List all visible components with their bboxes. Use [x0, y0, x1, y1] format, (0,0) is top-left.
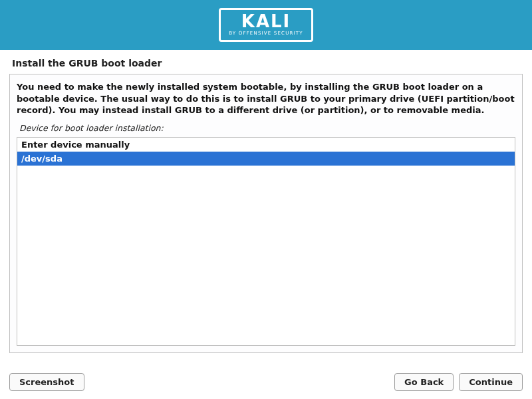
footer-bar: Screenshot Go Back Continue [9, 373, 523, 391]
header-band: KALI BY OFFENSIVE SECURITY [0, 0, 532, 50]
continue-button[interactable]: Continue [459, 373, 523, 391]
content-frame: You need to make the newly installed sys… [9, 74, 523, 353]
kali-logo: KALI BY OFFENSIVE SECURITY [219, 8, 313, 42]
page-title: Install the GRUB boot loader [0, 50, 532, 74]
device-prompt: Device for boot loader installation: [19, 123, 515, 133]
go-back-button[interactable]: Go Back [394, 373, 454, 391]
device-list[interactable]: Enter device manually /dev/sda [17, 137, 515, 346]
screenshot-button[interactable]: Screenshot [9, 373, 84, 391]
brand-name: KALI [229, 13, 303, 30]
brand-tagline: BY OFFENSIVE SECURITY [229, 31, 303, 36]
instruction-text: You need to make the newly installed sys… [17, 81, 515, 116]
device-option-manual[interactable]: Enter device manually [17, 138, 515, 152]
device-option-sda[interactable]: /dev/sda [17, 152, 515, 166]
